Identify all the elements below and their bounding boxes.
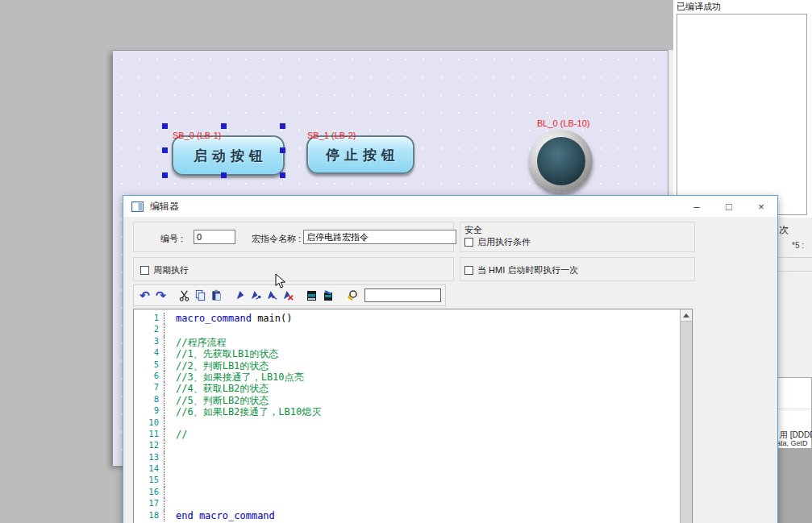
object-tag-stop-button: SB_1 (LB-2)	[307, 131, 356, 140]
code-line: 9//6、如果LB2接通了，LB10熄灭	[134, 405, 679, 417]
indicator-lamp[interactable]	[530, 130, 593, 193]
security-group: 安全 启用执行条件	[460, 222, 695, 252]
code-lines: 1macro_command main()23//程序流程4//1、先获取LB1…	[134, 313, 679, 523]
security-caption: 安全	[464, 224, 482, 236]
stop-button[interactable]: 停止按钮	[306, 135, 414, 174]
copy-icon	[194, 289, 206, 301]
macro-name-input[interactable]	[303, 230, 456, 244]
compile-download-icon	[322, 289, 335, 302]
undo-icon: ↶	[139, 289, 150, 301]
macro-id-label: 编号 :	[160, 233, 183, 245]
selection-handle[interactable]	[162, 123, 168, 129]
run-on-startup-checkbox[interactable]	[464, 266, 473, 275]
breakpoint-dart-icon	[235, 289, 247, 301]
background-text-fragment: *5 :	[792, 241, 804, 250]
enable-condition-checkbox[interactable]	[464, 238, 473, 247]
compile-download-button[interactable]	[322, 288, 335, 304]
divider	[775, 409, 811, 409]
divider	[777, 271, 812, 272]
next-breakpoint-icon	[250, 289, 262, 301]
background-text-fragment: 次	[779, 223, 789, 237]
prev-breakpoint-icon	[266, 289, 278, 301]
start-button-label: 启动按钮	[189, 147, 268, 165]
compile-status-label: 已编译成功	[677, 1, 721, 13]
code-line: 6//3、如果接通了，LB10点亮	[134, 371, 679, 382]
code-line: 2	[134, 324, 679, 335]
selection-handle[interactable]	[162, 172, 168, 178]
maximize-button[interactable]: □	[713, 196, 745, 217]
code-line: 11//	[134, 429, 679, 440]
stop-button-label: 停止按钮	[321, 146, 400, 164]
macro-id-group: 编号 : 宏指令名称 :	[133, 222, 454, 252]
background-text-fragment: ata, GetD	[777, 439, 808, 447]
run-on-startup-group: 当 HMI 启动时即执行一次	[460, 257, 695, 281]
next-breakpoint-button[interactable]	[250, 288, 264, 304]
selection-handle[interactable]	[221, 172, 227, 178]
minimize-button[interactable]: –	[681, 196, 713, 217]
code-line: 12	[134, 440, 679, 451]
window-icon	[131, 201, 144, 212]
code-line: 8//5、判断LB2的状态	[134, 394, 679, 405]
code-line: 16	[134, 487, 679, 498]
compile-output-box	[677, 14, 807, 215]
mouse-cursor	[275, 273, 286, 289]
periodic-label: 周期执行	[153, 264, 189, 276]
periodic-checkbox[interactable]	[140, 266, 149, 275]
divider	[777, 257, 812, 258]
title-bar[interactable]: 编辑器 – □ ×	[123, 196, 777, 217]
code-line: 3//程序流程	[134, 336, 679, 347]
compile-result-panel: 已编译成功	[673, 0, 812, 218]
window-title: 编辑器	[150, 200, 179, 214]
selection-handle[interactable]	[162, 147, 168, 153]
redo-button[interactable]: ↷	[154, 288, 168, 304]
periodic-group: 周期执行	[133, 257, 454, 281]
cut-button[interactable]	[177, 288, 191, 304]
code-line: 18end macro_command	[134, 510, 679, 521]
selection-handle[interactable]	[280, 123, 285, 129]
paste-button[interactable]	[210, 288, 223, 304]
code-line: 15	[134, 475, 679, 486]
editor-toolbar: ↶ ↷	[133, 284, 446, 306]
paste-icon	[210, 289, 223, 301]
code-line: 1macro_command main()	[134, 313, 679, 324]
run-on-startup-label: 当 HMI 启动时即执行一次	[477, 264, 578, 276]
macro-name-label: 宏指令名称 :	[252, 233, 301, 245]
selection-handle[interactable]	[280, 147, 285, 153]
macro-editor-window: 编辑器 – □ × 编号 : 宏指令名称 : 安全 启用执行条件 周期执行 当 …	[123, 195, 778, 523]
object-tag-start-button: SB_0 (LB-1)	[173, 131, 222, 140]
undo-button[interactable]: ↶	[138, 288, 152, 304]
selection-handle[interactable]	[280, 172, 285, 178]
object-tag-lamp: BL_0 (LB-10)	[537, 118, 589, 128]
find-input[interactable]	[364, 288, 441, 302]
code-line: 7//4、获取LB2的状态	[134, 382, 679, 393]
breakpoint-button[interactable]	[234, 288, 248, 304]
compile-icon	[306, 289, 319, 302]
prev-breakpoint-button[interactable]	[265, 288, 279, 304]
code-line: 5//2、判断LB1的状态	[134, 359, 679, 371]
scroll-up-button[interactable]	[681, 309, 692, 322]
close-button[interactable]: ×	[745, 196, 777, 217]
compile-button[interactable]	[306, 288, 319, 304]
code-line: 17	[134, 498, 679, 509]
background-help-box: 用 [DDDD ata, GetD	[774, 377, 812, 449]
selection-handle[interactable]	[221, 123, 227, 129]
start-button[interactable]: 启动按钮	[172, 135, 285, 176]
enable-condition-label: 启用执行条件	[477, 236, 531, 248]
code-scrollbar[interactable]	[680, 309, 692, 523]
code-line: 14	[134, 463, 679, 475]
code-line: 4//1、先获取LB1的状态	[134, 347, 679, 359]
redo-icon: ↷	[156, 289, 166, 301]
macro-id-input[interactable]	[194, 230, 235, 244]
cut-icon	[178, 289, 190, 301]
find-icon	[346, 289, 359, 302]
code-line: 13	[134, 452, 679, 463]
find-button[interactable]	[345, 288, 359, 304]
copy-button[interactable]	[194, 288, 207, 304]
up-arrow-icon	[683, 313, 689, 318]
desktop: { "canvas": { "buttons": [ { "tag": "SB_…	[0, 0, 812, 523]
lamp-lens	[537, 137, 585, 185]
clear-breakpoints-icon	[282, 289, 294, 301]
clear-breakpoints-button[interactable]	[281, 288, 295, 304]
code-editor[interactable]: 1macro_command main()23//程序流程4//1、先获取LB1…	[133, 309, 693, 523]
code-line: 10	[134, 417, 679, 429]
